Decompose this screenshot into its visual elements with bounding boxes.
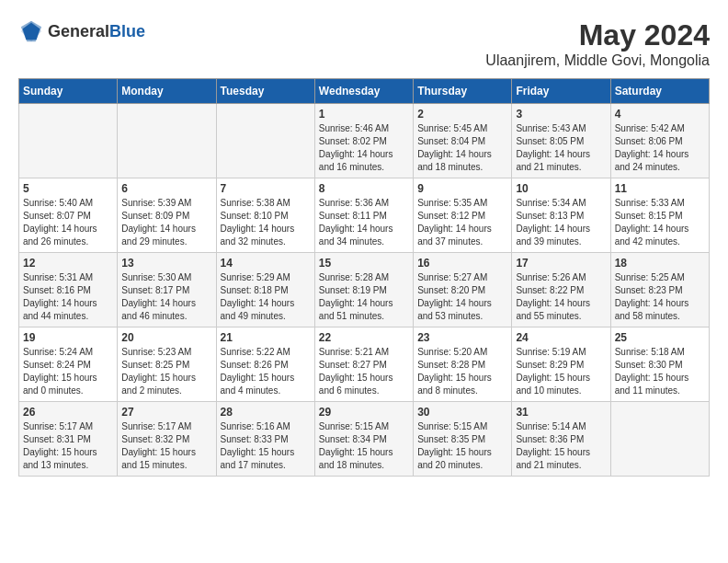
- day-info: Sunrise: 5:29 AM Sunset: 8:18 PM Dayligh…: [221, 271, 311, 323]
- calendar-cell: 17Sunrise: 5:26 AM Sunset: 8:22 PM Dayli…: [512, 253, 610, 327]
- day-number: 24: [516, 331, 606, 344]
- day-info: Sunrise: 5:42 AM Sunset: 8:06 PM Dayligh…: [615, 122, 705, 174]
- column-header-saturday: Saturday: [610, 79, 709, 104]
- calendar-cell: 30Sunrise: 5:15 AM Sunset: 8:35 PM Dayli…: [414, 402, 512, 477]
- month-year: May 2024: [485, 18, 710, 52]
- day-info: Sunrise: 5:31 AM Sunset: 8:16 PM Dayligh…: [23, 271, 113, 323]
- day-info: Sunrise: 5:28 AM Sunset: 8:19 PM Dayligh…: [319, 271, 409, 323]
- calendar-header: SundayMondayTuesdayWednesdayThursdayFrid…: [19, 79, 710, 104]
- day-number: 23: [417, 331, 507, 344]
- day-info: Sunrise: 5:15 AM Sunset: 8:35 PM Dayligh…: [417, 420, 507, 472]
- calendar-cell: 15Sunrise: 5:28 AM Sunset: 8:19 PM Dayli…: [314, 253, 413, 327]
- column-header-tuesday: Tuesday: [216, 79, 314, 104]
- day-number: 31: [516, 406, 606, 419]
- day-info: Sunrise: 5:43 AM Sunset: 8:05 PM Dayligh…: [516, 122, 606, 174]
- week-row-2: 5Sunrise: 5:40 AM Sunset: 8:07 PM Daylig…: [19, 178, 710, 253]
- day-info: Sunrise: 5:17 AM Sunset: 8:31 PM Dayligh…: [23, 420, 113, 472]
- day-info: Sunrise: 5:24 AM Sunset: 8:24 PM Dayligh…: [23, 346, 113, 397]
- day-number: 16: [417, 257, 507, 270]
- calendar-cell: 28Sunrise: 5:16 AM Sunset: 8:33 PM Dayli…: [216, 402, 314, 477]
- day-info: Sunrise: 5:33 AM Sunset: 8:15 PM Dayligh…: [615, 197, 705, 248]
- day-number: 19: [23, 331, 113, 344]
- column-header-wednesday: Wednesday: [314, 79, 413, 104]
- location: Ulaanjirem, Middle Govi, Mongolia: [485, 52, 710, 69]
- calendar-cell: 26Sunrise: 5:17 AM Sunset: 8:31 PM Dayli…: [19, 402, 118, 477]
- calendar-cell: 7Sunrise: 5:38 AM Sunset: 8:10 PM Daylig…: [216, 178, 314, 253]
- logo-icon: [18, 18, 44, 44]
- day-info: Sunrise: 5:27 AM Sunset: 8:20 PM Dayligh…: [417, 271, 507, 323]
- day-number: 20: [121, 331, 211, 344]
- calendar-cell: 22Sunrise: 5:21 AM Sunset: 8:27 PM Dayli…: [314, 327, 413, 402]
- day-number: 7: [221, 182, 311, 195]
- logo-general: General: [48, 22, 109, 40]
- day-info: Sunrise: 5:14 AM Sunset: 8:36 PM Dayligh…: [516, 420, 606, 472]
- day-info: Sunrise: 5:36 AM Sunset: 8:11 PM Dayligh…: [319, 197, 409, 248]
- logo-blue: Blue: [109, 22, 145, 40]
- page-header: GeneralBlue May 2024 Ulaanjirem, Middle …: [18, 18, 710, 69]
- column-header-sunday: Sunday: [19, 79, 118, 104]
- column-header-monday: Monday: [118, 79, 216, 104]
- calendar-cell: 14Sunrise: 5:29 AM Sunset: 8:18 PM Dayli…: [216, 253, 314, 327]
- logo-text: GeneralBlue: [48, 22, 145, 41]
- calendar-cell: 8Sunrise: 5:36 AM Sunset: 8:11 PM Daylig…: [314, 178, 413, 253]
- day-number: 26: [23, 406, 113, 419]
- day-info: Sunrise: 5:46 AM Sunset: 8:02 PM Dayligh…: [319, 122, 409, 174]
- week-row-3: 12Sunrise: 5:31 AM Sunset: 8:16 PM Dayli…: [19, 253, 710, 327]
- day-info: Sunrise: 5:26 AM Sunset: 8:22 PM Dayligh…: [516, 271, 606, 323]
- calendar-cell: 12Sunrise: 5:31 AM Sunset: 8:16 PM Dayli…: [19, 253, 118, 327]
- day-number: 29: [319, 406, 409, 419]
- day-number: 4: [615, 108, 705, 121]
- day-info: Sunrise: 5:45 AM Sunset: 8:04 PM Dayligh…: [417, 122, 507, 174]
- day-info: Sunrise: 5:40 AM Sunset: 8:07 PM Dayligh…: [23, 197, 113, 248]
- day-info: Sunrise: 5:19 AM Sunset: 8:29 PM Dayligh…: [516, 346, 606, 397]
- calendar-cell: 21Sunrise: 5:22 AM Sunset: 8:26 PM Dayli…: [216, 327, 314, 402]
- day-number: 9: [417, 182, 507, 195]
- calendar-cell: 11Sunrise: 5:33 AM Sunset: 8:15 PM Dayli…: [610, 178, 709, 253]
- calendar-cell: [118, 104, 216, 178]
- calendar-cell: [610, 402, 709, 477]
- day-info: Sunrise: 5:16 AM Sunset: 8:33 PM Dayligh…: [221, 420, 311, 472]
- day-info: Sunrise: 5:25 AM Sunset: 8:23 PM Dayligh…: [615, 271, 705, 323]
- day-info: Sunrise: 5:21 AM Sunset: 8:27 PM Dayligh…: [319, 346, 409, 397]
- day-number: 5: [23, 182, 113, 195]
- calendar-cell: 27Sunrise: 5:17 AM Sunset: 8:32 PM Dayli…: [118, 402, 216, 477]
- day-number: 22: [319, 331, 409, 344]
- calendar-cell: [216, 104, 314, 178]
- calendar-cell: 19Sunrise: 5:24 AM Sunset: 8:24 PM Dayli…: [19, 327, 118, 402]
- day-number: 14: [221, 257, 311, 270]
- calendar-cell: 10Sunrise: 5:34 AM Sunset: 8:13 PM Dayli…: [512, 178, 610, 253]
- day-info: Sunrise: 5:34 AM Sunset: 8:13 PM Dayligh…: [516, 197, 606, 248]
- day-info: Sunrise: 5:17 AM Sunset: 8:32 PM Dayligh…: [121, 420, 211, 472]
- calendar-cell: 24Sunrise: 5:19 AM Sunset: 8:29 PM Dayli…: [512, 327, 610, 402]
- calendar-body: 1Sunrise: 5:46 AM Sunset: 8:02 PM Daylig…: [19, 104, 710, 477]
- day-number: 27: [121, 406, 211, 419]
- title-block: May 2024 Ulaanjirem, Middle Govi, Mongol…: [485, 18, 710, 69]
- calendar-cell: 20Sunrise: 5:23 AM Sunset: 8:25 PM Dayli…: [118, 327, 216, 402]
- day-number: 17: [516, 257, 606, 270]
- calendar-cell: [19, 104, 118, 178]
- calendar-cell: 16Sunrise: 5:27 AM Sunset: 8:20 PM Dayli…: [414, 253, 512, 327]
- calendar-cell: 25Sunrise: 5:18 AM Sunset: 8:30 PM Dayli…: [610, 327, 709, 402]
- day-info: Sunrise: 5:38 AM Sunset: 8:10 PM Dayligh…: [221, 197, 311, 248]
- week-row-1: 1Sunrise: 5:46 AM Sunset: 8:02 PM Daylig…: [19, 104, 710, 178]
- day-number: 8: [319, 182, 409, 195]
- day-number: 3: [516, 108, 606, 121]
- day-info: Sunrise: 5:30 AM Sunset: 8:17 PM Dayligh…: [121, 271, 211, 323]
- calendar-cell: 13Sunrise: 5:30 AM Sunset: 8:17 PM Dayli…: [118, 253, 216, 327]
- day-info: Sunrise: 5:22 AM Sunset: 8:26 PM Dayligh…: [221, 346, 311, 397]
- day-number: 11: [615, 182, 705, 195]
- day-number: 15: [319, 257, 409, 270]
- calendar-cell: 18Sunrise: 5:25 AM Sunset: 8:23 PM Dayli…: [610, 253, 709, 327]
- day-info: Sunrise: 5:20 AM Sunset: 8:28 PM Dayligh…: [417, 346, 507, 397]
- day-info: Sunrise: 5:39 AM Sunset: 8:09 PM Dayligh…: [121, 197, 211, 248]
- day-number: 18: [615, 257, 705, 270]
- calendar-cell: 6Sunrise: 5:39 AM Sunset: 8:09 PM Daylig…: [118, 178, 216, 253]
- logo: GeneralBlue: [18, 18, 145, 44]
- calendar-table: SundayMondayTuesdayWednesdayThursdayFrid…: [18, 78, 710, 477]
- calendar-cell: 2Sunrise: 5:45 AM Sunset: 8:04 PM Daylig…: [414, 104, 512, 178]
- day-number: 13: [121, 257, 211, 270]
- day-number: 6: [121, 182, 211, 195]
- day-info: Sunrise: 5:35 AM Sunset: 8:12 PM Dayligh…: [417, 197, 507, 248]
- day-info: Sunrise: 5:18 AM Sunset: 8:30 PM Dayligh…: [615, 346, 705, 397]
- day-number: 25: [615, 331, 705, 344]
